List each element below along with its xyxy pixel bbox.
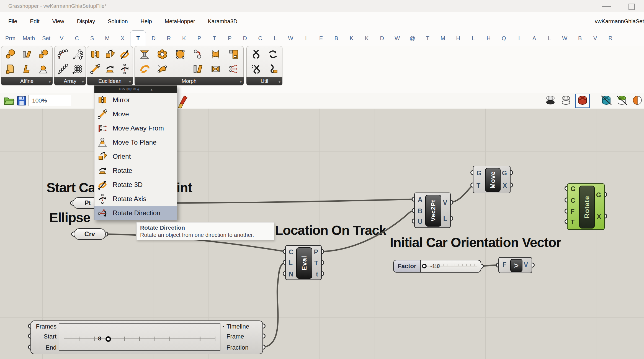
orient-plane-icon[interactable] [37, 63, 49, 75]
preview-off-icon[interactable] [544, 95, 557, 107]
save-file-icon[interactable] [16, 95, 28, 107]
vec2pt-name-capsule[interactable]: Vec2Pt [425, 195, 441, 227]
eval-input-n[interactable]: N [289, 271, 293, 278]
menu-item-rotate-direction[interactable]: Rotate Direction [94, 206, 177, 220]
rotate-component[interactable]: G C F T Rotate G X [567, 183, 605, 230]
eval-output-t[interactable]: T [314, 260, 318, 267]
menu-item-rotate-3d[interactable]: Rotate 3D [94, 178, 177, 192]
vector-deform-icon[interactable] [228, 63, 239, 75]
category-tab[interactable]: V [54, 30, 69, 46]
timeline-component[interactable]: Frames Start End 8 • Timeline Frame Frac… [30, 320, 263, 354]
graft-tree-icon[interactable] [267, 48, 279, 60]
category-tab[interactable]: I [298, 30, 313, 46]
project-icon[interactable] [5, 63, 16, 75]
move-component[interactable]: G T Move G X [473, 166, 511, 193]
eval-input-l[interactable]: L [289, 259, 293, 267]
open-file-icon[interactable] [3, 95, 15, 107]
category-tab[interactable]: R [161, 30, 176, 46]
curve-array-icon[interactable] [57, 48, 69, 60]
category-tab[interactable]: W [390, 30, 405, 46]
sketch-pencil-icon[interactable] [177, 95, 188, 108]
simplify-tree-icon[interactable] [267, 63, 279, 75]
maelstrom-icon[interactable] [139, 63, 150, 75]
wire-factor-to-unitx-f[interactable] [481, 265, 498, 266]
eval-input-c[interactable]: C [289, 248, 293, 256]
category-tab[interactable]: L [268, 30, 283, 46]
mirror-icon[interactable] [89, 48, 101, 60]
timeline-output-fraction[interactable]: Fraction [226, 344, 248, 351]
category-tab[interactable]: Prm [2, 30, 19, 46]
menu-item-rotate[interactable]: Rotate [94, 163, 177, 178]
category-tab[interactable]: T [130, 30, 146, 46]
group-label-morph[interactable]: Morph [182, 78, 197, 84]
menu-item-move[interactable]: Move [94, 107, 177, 121]
category-tab[interactable]: T [420, 30, 435, 46]
category-tab[interactable]: L [466, 30, 481, 46]
menu-item-move-to-plane[interactable]: Move To Plane [94, 135, 177, 149]
rotate-input-t[interactable]: T [571, 219, 575, 226]
maximize-button[interactable] [628, 4, 635, 10]
vec2pt-input-u[interactable]: U [418, 218, 423, 225]
category-tab[interactable]: D [374, 30, 390, 46]
minimize-button[interactable] [602, 6, 611, 7]
category-tab[interactable]: Q [496, 30, 511, 46]
surface-morph-icon[interactable] [156, 63, 168, 75]
timeline-output-frame[interactable]: Frame [226, 333, 244, 340]
category-tab[interactable]: M [435, 30, 450, 46]
eval-output-t-lower[interactable]: t [316, 271, 318, 278]
chevron-down-icon[interactable]: ▾ [240, 80, 242, 84]
linear-array-icon[interactable] [57, 63, 69, 75]
menu-item[interactable]: Solution [108, 18, 128, 25]
category-tab[interactable]: B [572, 30, 588, 46]
unitx-glyph-capsule[interactable]: > [510, 259, 522, 272]
category-tab[interactable]: X [115, 30, 130, 46]
category-tab[interactable]: H [481, 30, 496, 46]
move-output-x[interactable]: X [503, 182, 507, 189]
stretch-icon[interactable] [210, 48, 221, 60]
move-output-g[interactable]: G [502, 170, 507, 177]
timeline-output-timeline[interactable]: Timeline [226, 323, 249, 330]
category-tab[interactable]: M [100, 30, 115, 46]
vec2pt-output-v[interactable]: V [443, 199, 447, 207]
category-tab[interactable]: V [588, 30, 603, 46]
flow-icon[interactable] [210, 63, 221, 75]
category-tab[interactable]: D [237, 30, 253, 46]
category-tab[interactable]: D [146, 30, 161, 46]
shear-angle-icon[interactable] [21, 63, 33, 75]
rotate-input-g[interactable]: G [571, 185, 576, 193]
orient-icon[interactable] [104, 48, 116, 60]
preview-shaded-icon[interactable] [576, 95, 589, 107]
category-tab[interactable]: W [283, 30, 298, 46]
rotate-output-x[interactable]: X [597, 213, 601, 220]
menu-item[interactable]: Display [77, 18, 95, 25]
scale-nu-icon[interactable] [37, 48, 49, 60]
preview-selected-only-icon[interactable] [600, 95, 612, 107]
timeline-input-frames[interactable]: Frames [33, 323, 56, 330]
group-label-euclidean[interactable]: Euclidean [98, 78, 121, 84]
group-label-util[interactable]: Util [261, 78, 268, 84]
category-tab[interactable]: @ [405, 30, 420, 46]
move-input-g[interactable]: G [476, 170, 481, 177]
timeline-input-end[interactable]: End [33, 344, 56, 351]
wire-vec2pt-v-to-move-t[interactable] [451, 185, 473, 202]
chevron-down-icon[interactable]: ▾ [279, 80, 280, 84]
menu-item[interactable]: View [52, 18, 64, 25]
unitx-output-v[interactable]: V [524, 261, 528, 269]
category-tab[interactable]: H [450, 30, 466, 46]
zoom-level-select[interactable]: 100% [29, 95, 71, 106]
move-name-capsule[interactable]: Move [485, 168, 501, 192]
preview-wireframe-icon[interactable] [560, 95, 572, 107]
timeline-knob[interactable] [105, 336, 111, 342]
chevron-down-icon[interactable]: ▾ [129, 80, 131, 84]
category-tab[interactable]: Set [38, 30, 54, 46]
category-tab[interactable]: I [511, 30, 527, 46]
unit-vector-component[interactable]: F > V [498, 257, 532, 273]
dropdown-header[interactable]: Euclidean ▴ [94, 86, 177, 93]
rotate-icon[interactable] [104, 63, 116, 75]
category-tab[interactable]: L [542, 30, 557, 46]
rect-array-icon[interactable] [72, 63, 83, 75]
bend-icon[interactable] [139, 48, 150, 60]
group-label-affine[interactable]: Affine [20, 78, 34, 84]
rotate-name-capsule[interactable]: Rotate [579, 186, 595, 229]
wire-fraction-to-eval-l[interactable] [262, 262, 285, 347]
